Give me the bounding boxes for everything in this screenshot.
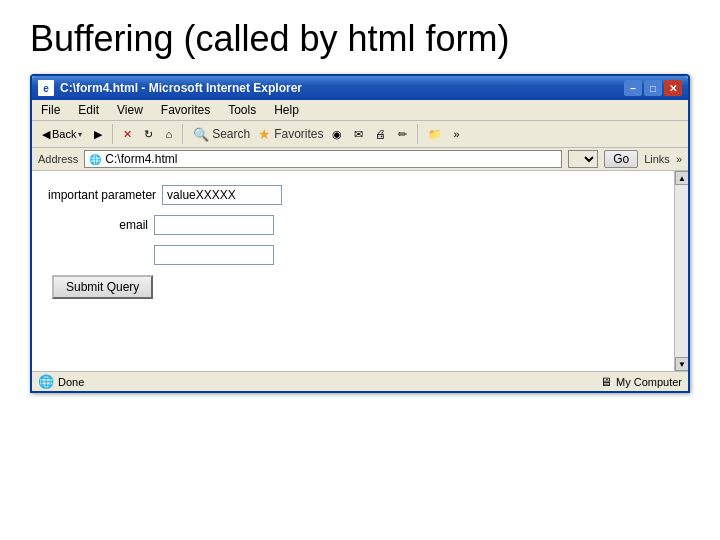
edit-icon: ✏ [398, 128, 407, 141]
status-bar: 🌐 Done 🖥 My Computer [32, 371, 688, 391]
search-glass-icon: 🔍 [193, 127, 209, 142]
toolbar-separator-3 [417, 124, 418, 144]
back-label: Back [52, 128, 76, 140]
menu-help[interactable]: Help [271, 102, 302, 118]
scroll-down-button[interactable]: ▼ [675, 357, 688, 371]
submit-row: Submit Query [52, 275, 672, 299]
forward-icon: ▶ [94, 128, 102, 141]
email-input[interactable] [154, 215, 274, 235]
more-icon: » [454, 128, 460, 140]
address-label: Address [38, 153, 78, 165]
status-icon: 🌐 [38, 374, 54, 389]
address-dropdown[interactable] [568, 150, 598, 168]
print-button[interactable]: 🖨 [371, 126, 390, 142]
important-input[interactable] [162, 185, 282, 205]
media-icon: ◉ [332, 128, 342, 141]
refresh-icon: ↻ [144, 128, 153, 141]
mail-button[interactable]: ✉ [350, 126, 367, 143]
home-button[interactable]: ⌂ [161, 126, 176, 142]
toolbar-separator-1 [112, 124, 113, 144]
menu-tools[interactable]: Tools [225, 102, 259, 118]
search-area[interactable]: 🔍 Search [193, 127, 250, 142]
edit-button[interactable]: ✏ [394, 126, 411, 143]
go-button[interactable]: Go [604, 150, 638, 168]
computer-icon: 🖥 [600, 375, 612, 389]
content-area: important parameter email Submit Query ▲… [32, 171, 688, 371]
address-bar: Address 🌐 Go Links » [32, 148, 688, 171]
title-bar: e C:\form4.html - Microsoft Internet Exp… [32, 76, 688, 100]
address-input[interactable] [105, 152, 557, 166]
media-button[interactable]: ◉ [328, 126, 346, 143]
links-more-icon: » [676, 153, 682, 165]
folder-button[interactable]: 📁 [424, 126, 446, 143]
maximize-button[interactable]: □ [644, 80, 662, 96]
favorites-label: Favorites [274, 127, 323, 141]
favorites-star-icon: ★ [258, 126, 271, 142]
submit-button[interactable]: Submit Query [52, 275, 153, 299]
form-row-email: email [48, 215, 672, 235]
back-button[interactable]: ◀ Back ▾ [38, 126, 86, 143]
back-dropdown-icon: ▾ [78, 130, 82, 139]
links-label: Links [644, 153, 670, 165]
mail-icon: ✉ [354, 128, 363, 141]
minimize-button[interactable]: – [624, 80, 642, 96]
favorites-area[interactable]: ★ Favorites [258, 126, 323, 142]
home-icon: ⌂ [165, 128, 172, 140]
ie-window: e C:\form4.html - Microsoft Internet Exp… [30, 74, 690, 393]
refresh-button[interactable]: ↻ [140, 126, 157, 143]
toolbar: ◀ Back ▾ ▶ ✕ ↻ ⌂ 🔍 Search ★ Favorites ◉ [32, 121, 688, 148]
toolbar-separator-2 [182, 124, 183, 144]
address-input-wrap: 🌐 [84, 150, 562, 168]
more-button[interactable]: » [450, 126, 464, 142]
back-icon: ◀ [42, 128, 50, 141]
scroll-up-button[interactable]: ▲ [675, 171, 688, 185]
menu-favorites[interactable]: Favorites [158, 102, 213, 118]
form-row-hidden [154, 245, 672, 265]
status-text: Done [58, 376, 84, 388]
search-label: Search [212, 127, 250, 141]
menu-file[interactable]: File [38, 102, 63, 118]
menu-bar: File Edit View Favorites Tools Help [32, 100, 688, 121]
zone-text: My Computer [616, 376, 682, 388]
important-label: important parameter [48, 188, 156, 202]
form-row-important: important parameter [48, 185, 672, 205]
page-title: Buffering (called by html form) [0, 0, 720, 74]
menu-edit[interactable]: Edit [75, 102, 102, 118]
email-label: email [48, 218, 148, 232]
hidden-input[interactable] [154, 245, 274, 265]
stop-icon: ✕ [123, 128, 132, 141]
menu-view[interactable]: View [114, 102, 146, 118]
scrollbar[interactable]: ▲ ▼ [674, 171, 688, 371]
ie-icon: e [38, 80, 54, 96]
forward-button[interactable]: ▶ [90, 126, 106, 143]
window-title: C:\form4.html - Microsoft Internet Explo… [60, 81, 302, 95]
close-button[interactable]: ✕ [664, 80, 682, 96]
stop-button[interactable]: ✕ [119, 126, 136, 143]
address-favicon: 🌐 [89, 154, 101, 165]
folder-icon: 📁 [428, 128, 442, 141]
scroll-track [675, 185, 688, 357]
print-icon: 🖨 [375, 128, 386, 140]
